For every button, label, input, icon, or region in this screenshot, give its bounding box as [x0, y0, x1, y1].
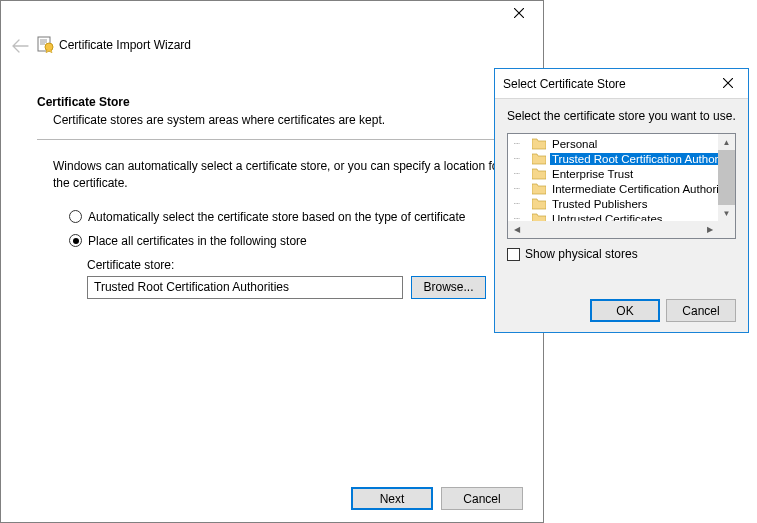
wizard-body: Certificate Store Certificate stores are…: [37, 95, 517, 299]
tree-connector-icon: ┈: [514, 213, 530, 221]
wizard-close-button[interactable]: [499, 1, 539, 25]
tree-connector-icon: ┈: [514, 183, 530, 194]
select-certificate-store-dialog: Select Certificate Store Select the cert…: [494, 68, 749, 333]
tree-item[interactable]: ┈Intermediate Certification Authorities: [514, 181, 718, 196]
tree-connector-icon: ┈: [514, 138, 530, 149]
radio-place-label: Place all certificates in the following …: [88, 234, 307, 248]
tree-item-label: Enterprise Trust: [550, 168, 635, 180]
folder-icon: [532, 198, 546, 210]
dialog-buttons: OK Cancel: [590, 299, 736, 322]
browse-button[interactable]: Browse...: [411, 276, 486, 299]
tree-item[interactable]: ┈Enterprise Trust: [514, 166, 718, 181]
tree-connector-icon: ┈: [514, 153, 530, 164]
store-block: Certificate store: Browse...: [87, 258, 517, 299]
scroll-left-icon[interactable]: ◀: [508, 221, 525, 238]
folder-icon: [532, 153, 546, 165]
tree-item[interactable]: ┈Personal: [514, 136, 718, 151]
tree-item-label: Trusted Publishers: [550, 198, 649, 210]
horizontal-scrollbar[interactable]: ◀ ▶: [508, 221, 718, 238]
dialog-titlebar[interactable]: Select Certificate Store: [495, 69, 748, 99]
certificate-import-wizard-window: Certificate Import Wizard Certificate St…: [0, 0, 544, 523]
folder-icon: [532, 138, 546, 150]
close-icon: [723, 78, 733, 88]
cancel-button[interactable]: Cancel: [441, 487, 523, 510]
folder-icon: [532, 168, 546, 180]
radio-group: Automatically select the certificate sto…: [69, 210, 517, 248]
wizard-footer: Next Cancel: [351, 487, 523, 510]
back-arrow-icon[interactable]: [11, 39, 29, 56]
tree-item[interactable]: ┈Untrusted Certificates: [514, 211, 718, 221]
dialog-body: Select the certificate store you want to…: [495, 99, 748, 332]
folder-icon: [532, 213, 546, 222]
body-text: Windows can automatically select a certi…: [53, 158, 517, 192]
close-icon: [514, 8, 524, 18]
section-subheading: Certificate stores are system areas wher…: [53, 113, 517, 127]
store-label: Certificate store:: [87, 258, 517, 272]
next-button[interactable]: Next: [351, 487, 433, 510]
certificate-icon: [37, 35, 55, 53]
store-row: Browse...: [87, 276, 517, 299]
scroll-up-icon[interactable]: ▲: [718, 134, 735, 150]
dialog-instruction: Select the certificate store you want to…: [507, 109, 736, 123]
tree-item[interactable]: ┈Trusted Publishers: [514, 196, 718, 211]
vertical-scrollbar[interactable]: ▲ ▼: [718, 134, 735, 221]
tree-connector-icon: ┈: [514, 198, 530, 209]
show-physical-label: Show physical stores: [525, 247, 638, 261]
section-heading: Certificate Store: [37, 95, 517, 109]
certificate-store-tree: ┈Personal┈Trusted Root Certification Aut…: [507, 133, 736, 239]
scroll-right-icon[interactable]: ▶: [701, 221, 718, 238]
radio-auto-label: Automatically select the certificate sto…: [88, 210, 466, 224]
tree-connector-icon: ┈: [514, 168, 530, 179]
tree-item-label: Personal: [550, 138, 599, 150]
tree-item-label: Intermediate Certification Authorities: [550, 183, 718, 195]
tree-item[interactable]: ┈Trusted Root Certification Authorities: [514, 151, 718, 166]
scroll-down-icon[interactable]: ▼: [718, 205, 735, 221]
show-physical-checkbox[interactable]: [507, 248, 520, 261]
dialog-title: Select Certificate Store: [503, 77, 626, 91]
dialog-close-button[interactable]: [708, 69, 748, 97]
radio-place[interactable]: [69, 234, 82, 247]
tree-item-label: Trusted Root Certification Authorities: [550, 153, 718, 165]
radio-auto-row[interactable]: Automatically select the certificate sto…: [69, 210, 517, 224]
divider: [37, 139, 517, 140]
show-physical-row[interactable]: Show physical stores: [507, 247, 736, 261]
folder-icon: [532, 183, 546, 195]
wizard-header: Certificate Import Wizard: [1, 1, 543, 59]
wizard-title: Certificate Import Wizard: [59, 38, 191, 52]
tree-item-label: Untrusted Certificates: [550, 213, 665, 222]
scroll-track[interactable]: [525, 221, 701, 238]
scroll-thumb[interactable]: [718, 150, 735, 205]
ok-button[interactable]: OK: [590, 299, 660, 322]
radio-place-row[interactable]: Place all certificates in the following …: [69, 234, 517, 248]
tree-viewport[interactable]: ┈Personal┈Trusted Root Certification Aut…: [508, 134, 718, 221]
store-input[interactable]: [87, 276, 403, 299]
dialog-cancel-button[interactable]: Cancel: [666, 299, 736, 322]
radio-auto[interactable]: [69, 210, 82, 223]
scroll-corner: [718, 221, 735, 238]
